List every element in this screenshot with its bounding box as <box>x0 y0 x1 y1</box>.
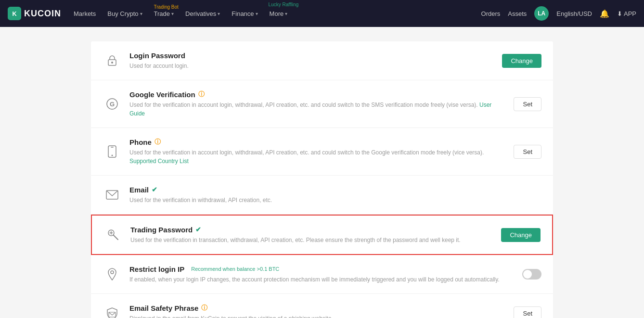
login-password-row: Login Password Used for account login. C… <box>91 41 553 80</box>
phone-desc: Used for the verification in account log… <box>129 148 506 165</box>
email-safety-phrase-set-button[interactable]: Set <box>514 306 541 318</box>
svg-text:G: G <box>110 101 115 108</box>
phone-row: Phone ⓘ Used for the verification in acc… <box>91 128 553 176</box>
nav-chevron-more: ▾ <box>285 11 287 16</box>
restrict-login-ip-title: Restrict login IP Recommend when balance… <box>129 265 515 273</box>
email-safety-phrase-desc: Displayed in the email from KuCoin to pr… <box>129 314 506 318</box>
svg-text:K: K <box>12 11 16 17</box>
nav-chevron-derivatives: ▾ <box>218 11 220 16</box>
nav-chevron-buy-crypto: ▾ <box>140 11 142 16</box>
kucoin-logo-icon: K <box>8 7 21 20</box>
restrict-login-ip-desc: If enabled, when your login IP changes, … <box>129 275 515 284</box>
trading-password-desc: Used for the verification in transaction… <box>130 236 493 244</box>
google-verification-title: Google Verification ⓘ <box>129 90 506 99</box>
nav-orders[interactable]: Orders <box>481 10 501 17</box>
download-icon: ⬇ <box>617 10 622 17</box>
phone-action: Set <box>514 145 541 159</box>
phone-icon <box>106 145 118 158</box>
google-verification-info: Google Verification ⓘ Used for the verif… <box>129 90 506 118</box>
email-safety-phrase-row: Email Safety Phrase ⓘ Displayed in the e… <box>91 294 553 318</box>
nav-logo-text: KUCOIN <box>24 9 61 19</box>
google-verification-action: Set <box>514 97 541 111</box>
security-settings-panel: Login Password Used for account login. C… <box>91 41 553 318</box>
trading-password-icon <box>106 228 120 242</box>
phone-set-button[interactable]: Set <box>514 145 541 159</box>
toggle-knob <box>523 270 532 279</box>
trading-password-change-button[interactable]: Change <box>501 228 541 242</box>
email-desc: Used for the verification in withdrawal,… <box>129 196 541 204</box>
nav-item-trade[interactable]: Trading Bot Trade ▾ <box>149 0 179 27</box>
svg-point-14 <box>111 271 114 274</box>
nav-right: Orders Assets LA English/USD 🔔 ⬇ APP <box>481 6 636 21</box>
nav-item-buy-crypto[interactable]: Buy Crypto ▾ <box>103 0 147 27</box>
shield-email-icon <box>105 306 119 318</box>
email-icon <box>105 190 119 200</box>
nav-assets[interactable]: Assets <box>508 10 527 17</box>
restrict-login-ip-row: Restrict login IP Recommend when balance… <box>91 255 553 294</box>
trading-password-row: Trading Password ✔ Used for the verifica… <box>91 215 553 255</box>
svg-line-11 <box>114 235 118 240</box>
email-safety-phrase-title: Email Safety Phrase ⓘ <box>129 304 506 312</box>
nav-item-finance[interactable]: Finance ▾ <box>227 0 262 27</box>
login-password-action: Change <box>502 54 541 68</box>
nav-language[interactable]: English/USD <box>556 10 592 17</box>
nav-logo[interactable]: K KUCOIN <box>8 7 61 20</box>
bell-icon[interactable]: 🔔 <box>600 9 609 18</box>
restrict-login-ip-info: Restrict login IP Recommend when balance… <box>129 265 515 284</box>
google-verification-desc: Used for the verification in account log… <box>129 101 506 118</box>
login-password-change-button[interactable]: Change <box>502 54 541 68</box>
google-verification-row: G Google Verification ⓘ Used for the ver… <box>91 80 553 128</box>
restrict-login-ip-icon-wrap <box>103 265 122 284</box>
phone-supported-country-link[interactable]: Supported Country List <box>129 158 189 165</box>
svg-point-3 <box>111 62 113 64</box>
email-check-badge: ✔ <box>152 186 157 193</box>
google-icon: G <box>105 97 119 111</box>
svg-point-8 <box>112 155 113 156</box>
email-safety-phrase-info-badge: ⓘ <box>201 304 207 312</box>
login-password-icon <box>105 54 119 67</box>
nav-app[interactable]: ⬇ APP <box>617 10 636 17</box>
nav-item-derivatives[interactable]: Derivatives ▾ <box>180 0 225 27</box>
email-row: Email ✔ Used for the verification in wit… <box>91 176 553 215</box>
phone-icon-wrap <box>103 142 122 161</box>
login-password-info: Login Password Used for account login. <box>129 51 494 70</box>
login-password-title: Login Password <box>129 51 494 60</box>
phone-info: Phone ⓘ Used for the verification in acc… <box>129 138 506 165</box>
trading-password-action: Change <box>501 228 541 242</box>
google-verification-icon-wrap: G <box>103 94 122 114</box>
email-safety-phrase-icon-wrap <box>103 304 122 318</box>
nav-item-more[interactable]: Lucky Raffling More ▾ <box>265 0 293 27</box>
location-pin-icon <box>106 267 118 281</box>
nav-item-markets[interactable]: Markets <box>69 0 101 27</box>
phone-info-badge: ⓘ <box>155 138 161 146</box>
trading-password-icon-wrap <box>103 225 123 244</box>
nav-chevron-trade: ▾ <box>171 11 174 16</box>
trading-password-info: Trading Password ✔ Used for the verifica… <box>130 226 493 244</box>
email-title: Email ✔ <box>129 186 541 194</box>
login-password-icon-wrap <box>103 51 122 70</box>
email-info: Email ✔ Used for the verification in wit… <box>129 186 541 204</box>
login-password-desc: Used for account login. <box>129 62 494 70</box>
google-verification-info-badge: ⓘ <box>198 90 205 99</box>
navbar: K KUCOIN Markets Buy Crypto ▾ Trading Bo… <box>0 0 644 27</box>
email-safety-phrase-action: Set <box>514 306 541 318</box>
restrict-login-ip-recommend-tag: Recommend when balance >0.1 BTC <box>191 266 279 272</box>
nav-chevron-finance: ▾ <box>256 11 258 16</box>
trading-password-check-badge: ✔ <box>195 226 201 233</box>
phone-title: Phone ⓘ <box>129 138 506 146</box>
trading-password-title: Trading Password ✔ <box>130 226 493 234</box>
restrict-login-ip-action <box>522 269 541 280</box>
more-badge: Lucky Raffling <box>269 2 299 7</box>
email-icon-wrap <box>103 185 122 204</box>
google-verification-set-button[interactable]: Set <box>514 97 541 111</box>
trade-badge: Trading Bot <box>154 4 179 10</box>
restrict-login-ip-toggle[interactable] <box>522 269 541 280</box>
email-safety-phrase-info: Email Safety Phrase ⓘ Displayed in the e… <box>129 304 506 318</box>
nav-avatar[interactable]: LA <box>534 6 549 21</box>
